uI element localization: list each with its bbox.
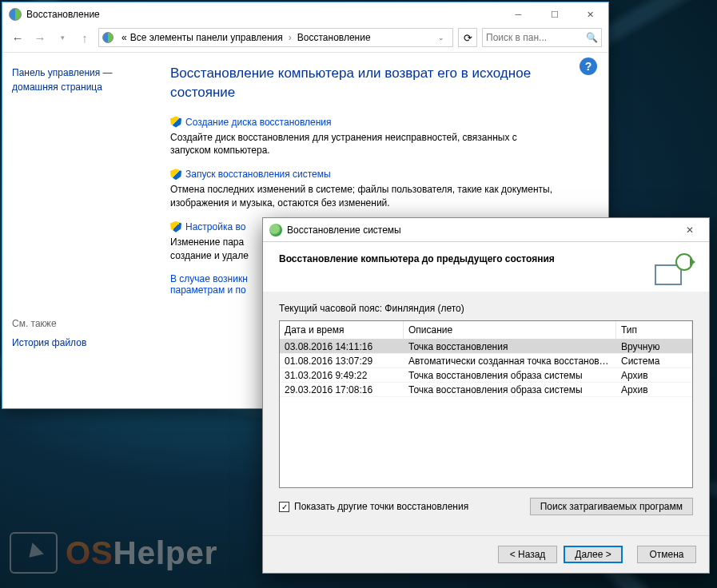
back-button[interactable]: < Назад bbox=[498, 546, 557, 563]
sidebar-home-link[interactable]: Панель управления — домашняя страница bbox=[12, 66, 161, 94]
shield-icon bbox=[170, 169, 181, 180]
titlebar[interactable]: Восстановление ─ ☐ ✕ bbox=[2, 2, 608, 26]
help-icon[interactable]: ? bbox=[580, 58, 597, 75]
affected-programs-button[interactable]: Поиск затрагиваемых программ bbox=[530, 498, 693, 515]
wizard-title-text: Восстановление системы bbox=[287, 224, 674, 236]
section-create-disk: Создание диска восстановления Создайте д… bbox=[170, 117, 554, 158]
col-description[interactable]: Описание bbox=[404, 321, 616, 339]
timezone-label: Текущий часовой пояс: Финляндия (лето) bbox=[279, 303, 693, 314]
restore-icon bbox=[269, 224, 282, 236]
checkbox-icon: ✓ bbox=[279, 502, 289, 512]
wizard-titlebar[interactable]: Восстановление системы ✕ bbox=[263, 218, 709, 242]
table-row[interactable]: 01.08.2016 13:07:29 Автоматически создан… bbox=[280, 354, 692, 368]
table-row[interactable]: 03.08.2016 14:11:16 Точка восстановления… bbox=[280, 340, 692, 354]
close-button[interactable]: ✕ bbox=[572, 3, 608, 26]
wizard-footer: < Назад Далее > Отмена bbox=[263, 535, 709, 573]
section-start-restore: Запуск восстановления системы Отмена пос… bbox=[170, 169, 554, 210]
maximize-button[interactable]: ☐ bbox=[536, 3, 572, 26]
breadcrumb-parent[interactable]: Все элементы панели управления bbox=[130, 32, 283, 43]
next-button[interactable]: Далее > bbox=[564, 546, 623, 563]
wizard-art-icon bbox=[655, 253, 693, 285]
address-prefix: « bbox=[121, 32, 127, 43]
sidebar-history-link[interactable]: История файлов bbox=[12, 337, 161, 348]
start-restore-desc: Отмена последних изменений в системе; фа… bbox=[170, 183, 554, 210]
show-more-checkbox[interactable]: ✓ Показать другие точки восстановления bbox=[279, 501, 468, 512]
forward-arrow-icon[interactable]: → bbox=[31, 29, 49, 46]
grid-body: 03.08.2016 14:11:16 Точка восстановления… bbox=[280, 340, 692, 488]
start-restore-link[interactable]: Запуск восстановления системы bbox=[170, 169, 554, 180]
window-title: Восстановление bbox=[26, 9, 500, 20]
col-datetime[interactable]: Дата и время bbox=[280, 321, 404, 339]
search-box[interactable]: 🔍 bbox=[482, 28, 602, 47]
minimize-button[interactable]: ─ bbox=[500, 3, 536, 26]
watermark-text: OSHelper bbox=[66, 535, 217, 571]
shield-icon bbox=[170, 221, 181, 232]
table-row[interactable]: 31.03.2016 9:49:22 Точка восстановления … bbox=[280, 368, 692, 383]
address-bar[interactable]: « Все элементы панели управления › Восст… bbox=[98, 28, 453, 47]
address-chevron-icon[interactable]: ⌄ bbox=[433, 34, 449, 42]
back-arrow-icon[interactable]: ← bbox=[9, 29, 26, 46]
breadcrumb-current[interactable]: Восстановление bbox=[297, 32, 371, 43]
cancel-button[interactable]: Отмена bbox=[637, 546, 696, 563]
breadcrumb-sep-icon: › bbox=[286, 32, 294, 43]
create-disk-link[interactable]: Создание диска восстановления bbox=[170, 117, 554, 128]
show-more-label: Показать другие точки восстановления bbox=[294, 501, 468, 512]
watermark: OSHelper bbox=[10, 532, 217, 574]
search-icon: 🔍 bbox=[586, 32, 598, 43]
shield-icon bbox=[170, 117, 181, 128]
up-arrow-icon[interactable]: ↑ bbox=[76, 29, 94, 46]
sidebar-see-also: См. также bbox=[12, 318, 161, 329]
sidebar: Панель управления — домашняя страница См… bbox=[2, 53, 170, 408]
wizard-heading: Восстановление компьютера до предыдущего… bbox=[279, 253, 655, 264]
wizard-header: Восстановление компьютера до предыдущего… bbox=[263, 242, 709, 292]
search-input[interactable] bbox=[486, 32, 583, 43]
restore-points-grid[interactable]: Дата и время Описание Тип 03.08.2016 14:… bbox=[279, 320, 693, 488]
table-row[interactable]: 29.03.2016 17:08:16 Точка восстановления… bbox=[280, 383, 692, 397]
address-icon bbox=[102, 32, 114, 43]
col-type[interactable]: Тип bbox=[616, 321, 692, 339]
wizard-close-button[interactable]: ✕ bbox=[674, 219, 706, 241]
cursor-icon bbox=[10, 532, 58, 574]
create-disk-desc: Создайте диск восстановления для устране… bbox=[170, 131, 554, 158]
page-title: Восстановление компьютера или возврат ег… bbox=[170, 64, 538, 102]
history-chevron-icon[interactable]: ▾ bbox=[54, 29, 71, 46]
refresh-button[interactable]: ⟳ bbox=[458, 28, 477, 47]
recovery-icon bbox=[9, 8, 22, 21]
navigation-row: ← → ▾ ↑ « Все элементы панели управления… bbox=[2, 26, 608, 52]
system-restore-wizard: Восстановление системы ✕ Восстановление … bbox=[262, 217, 710, 574]
grid-header[interactable]: Дата и время Описание Тип bbox=[280, 321, 692, 340]
